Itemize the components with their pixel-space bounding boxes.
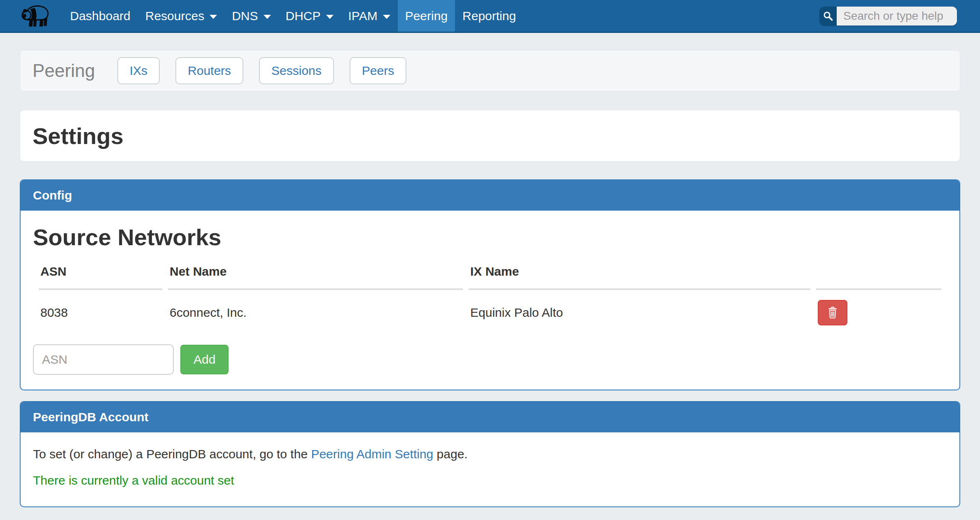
top-navbar: Dashboard Resources DNS DHCP IPAM Peerin… bbox=[0, 0, 980, 33]
source-networks-table: ASN Net Name IX Name 8038 6connect, Inc.… bbox=[33, 255, 947, 333]
app-logo[interactable] bbox=[19, 0, 51, 32]
caret-down-icon bbox=[326, 15, 334, 19]
settings-heading: Settings bbox=[33, 123, 124, 149]
nav-item-reporting[interactable]: Reporting bbox=[455, 0, 523, 32]
nav-item-dhcp[interactable]: DHCP bbox=[278, 0, 341, 32]
nav-label: IPAM bbox=[348, 9, 378, 23]
nav-label: Peering bbox=[405, 9, 448, 23]
nav-label: DNS bbox=[232, 9, 258, 23]
cell-asn: 8038 bbox=[39, 290, 162, 333]
cell-ix-name: Equinix Palo Alto bbox=[469, 290, 810, 333]
peeringdb-panel-header: PeeringDB Account bbox=[21, 402, 959, 432]
column-header-net-name: Net Name bbox=[168, 255, 463, 290]
panda-logo-icon bbox=[19, 4, 51, 28]
peeringdb-info-text: To set (or change) a PeeringDB account, … bbox=[33, 447, 947, 461]
settings-panel: Settings bbox=[20, 110, 960, 162]
peeringdb-panel-body: To set (or change) a PeeringDB account, … bbox=[21, 432, 959, 506]
search-input[interactable] bbox=[837, 7, 957, 26]
add-button[interactable]: Add bbox=[180, 345, 229, 374]
cell-net-name: 6connect, Inc. bbox=[168, 290, 463, 333]
search-button[interactable] bbox=[819, 7, 837, 26]
add-asn-form: Add bbox=[33, 344, 947, 375]
routers-button[interactable]: Routers bbox=[175, 57, 243, 84]
trash-icon bbox=[826, 306, 840, 320]
nav-item-dns[interactable]: DNS bbox=[224, 0, 278, 32]
config-panel-body: Source Networks ASN Net Name IX Name 803… bbox=[21, 224, 959, 390]
search-icon bbox=[822, 10, 834, 22]
cell-actions bbox=[816, 290, 941, 333]
peering-admin-setting-link[interactable]: Peering Admin Setting bbox=[311, 447, 433, 461]
info-text-after: page. bbox=[433, 447, 467, 461]
nav-label: Dashboard bbox=[70, 9, 131, 23]
page-title: Peering bbox=[33, 60, 95, 81]
caret-down-icon bbox=[383, 15, 390, 19]
nav-item-ipam[interactable]: IPAM bbox=[341, 0, 398, 32]
column-header-asn: ASN bbox=[39, 255, 162, 290]
source-networks-heading: Source Networks bbox=[33, 224, 947, 251]
nav-label: DHCP bbox=[286, 9, 321, 23]
delete-button[interactable] bbox=[818, 300, 847, 325]
ixs-button[interactable]: IXs bbox=[117, 57, 160, 84]
config-panel-header: Config bbox=[21, 180, 959, 211]
sessions-button[interactable]: Sessions bbox=[259, 57, 334, 84]
asn-input[interactable] bbox=[33, 344, 174, 375]
column-header-ix-name: IX Name bbox=[469, 255, 810, 290]
main-nav: Dashboard Resources DNS DHCP IPAM Peerin… bbox=[63, 0, 523, 32]
nav-item-peering[interactable]: Peering bbox=[398, 0, 455, 32]
info-text-before: To set (or change) a PeeringDB account, … bbox=[33, 447, 311, 461]
global-search bbox=[819, 7, 957, 26]
peering-toolbar: Peering IXs Routers Sessions Peers bbox=[20, 50, 960, 91]
nav-label: Reporting bbox=[462, 9, 516, 23]
table-header-row: ASN Net Name IX Name bbox=[39, 255, 941, 290]
nav-item-dashboard[interactable]: Dashboard bbox=[63, 0, 138, 32]
account-status-text: There is currently a valid account set bbox=[33, 474, 947, 488]
nav-label: Resources bbox=[145, 9, 204, 23]
column-header-actions bbox=[816, 255, 941, 290]
peers-button[interactable]: Peers bbox=[350, 57, 406, 84]
peeringdb-panel: PeeringDB Account To set (or change) a P… bbox=[20, 401, 960, 507]
caret-down-icon bbox=[210, 15, 217, 19]
nav-item-resources[interactable]: Resources bbox=[138, 0, 224, 32]
caret-down-icon bbox=[264, 15, 271, 19]
table-row: 8038 6connect, Inc. Equinix Palo Alto bbox=[39, 290, 941, 333]
config-panel: Config Source Networks ASN Net Name IX N… bbox=[20, 179, 960, 390]
